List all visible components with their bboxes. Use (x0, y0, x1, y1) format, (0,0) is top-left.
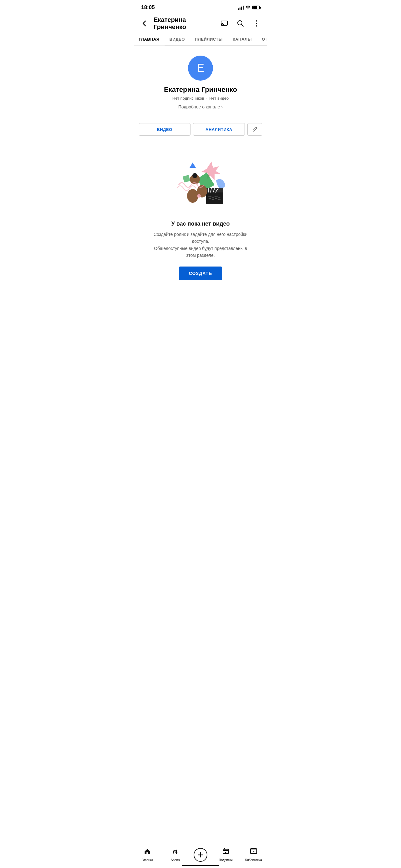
more-info-label: Подробнее о канале (178, 104, 220, 110)
profile-section: Е Екатерина Гринченко Нет подписчиков · … (134, 45, 267, 118)
empty-description: Создайте ролик и задайте для него настро… (151, 231, 250, 259)
video-button[interactable]: ВИДЕО (139, 123, 191, 135)
chevron-right-icon: › (222, 104, 223, 110)
back-button[interactable] (139, 18, 150, 29)
status-bar: 18:05 (134, 0, 267, 14)
svg-point-12 (187, 189, 198, 203)
svg-point-4 (256, 23, 257, 24)
create-button[interactable]: СОЗДАТЬ (179, 267, 222, 280)
tab-home[interactable]: ГЛАВНАЯ (134, 33, 165, 45)
svg-point-3 (256, 20, 257, 22)
signal-icon (238, 5, 244, 10)
search-button[interactable] (235, 18, 246, 29)
tab-playlists[interactable]: ПЛЕЙЛИСТЫ (190, 33, 228, 45)
tab-channels[interactable]: КАНАЛЫ (228, 33, 257, 45)
more-info-link[interactable]: Подробнее о канале › (178, 104, 223, 110)
battery-icon (252, 6, 260, 9)
more-button[interactable] (251, 18, 262, 29)
svg-point-16 (197, 194, 201, 198)
status-time: 18:05 (141, 4, 155, 11)
svg-point-5 (256, 25, 257, 27)
channel-title: Екатерина Гринченко (154, 16, 215, 31)
nav-icons (219, 18, 262, 29)
empty-title: У вас пока нет видео (171, 221, 230, 227)
cast-button[interactable] (219, 18, 230, 29)
videos-count: Нет видео (209, 96, 229, 101)
avatar: Е (188, 56, 213, 81)
empty-illustration (166, 151, 235, 213)
subscribers-count: Нет подписчиков (172, 96, 204, 101)
svg-point-15 (192, 173, 197, 178)
tabs-container: ГЛАВНАЯ ВИДЕО ПЛЕЙЛИСТЫ КАНАЛЫ О КА (134, 33, 267, 45)
meta-dot: · (206, 96, 207, 101)
analytics-button[interactable]: АНАЛИТИКА (193, 123, 245, 135)
action-buttons: ВИДЕО АНАЛИТИКА (134, 118, 267, 141)
svg-rect-6 (206, 191, 223, 204)
wifi-icon (245, 5, 250, 10)
tab-video[interactable]: ВИДЕО (165, 33, 190, 45)
channel-meta: Нет подписчиков · Нет видео (172, 96, 229, 101)
svg-rect-17 (183, 175, 190, 183)
channel-name: Екатерина Гринченко (164, 86, 237, 94)
empty-state: У вас пока нет видео Создайте ролик и за… (134, 141, 267, 293)
status-icons (238, 5, 260, 10)
top-nav: Екатерина Гринченко (134, 14, 267, 33)
edit-button[interactable] (247, 123, 262, 135)
tab-about[interactable]: О КА (257, 33, 267, 45)
